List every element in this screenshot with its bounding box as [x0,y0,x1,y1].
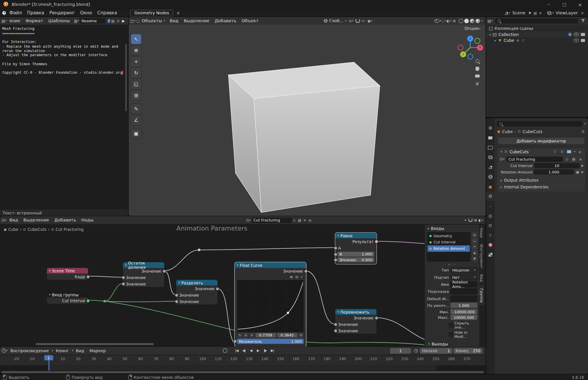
current-frame-field[interactable]: 1 [390,348,411,353]
breadcrumb-nodegroup[interactable]: Cut Fracturing [56,227,84,231]
hide-value-checkbox[interactable] [449,323,453,327]
tab-particles[interactable]: ∴ [486,201,495,211]
pan-hand-icon[interactable] [476,67,479,71]
add-workspace-button[interactable]: + [175,10,181,16]
cube-object[interactable] [129,17,486,216]
menu-edit[interactable]: Правка [24,9,47,17]
play-reverse-button[interactable]: ◀ [247,348,254,353]
editor-type-icon[interactable]: ▾ [1,348,8,353]
maximize-button[interactable]: □ [556,0,572,9]
text-scrollbar[interactable] [125,44,127,111]
frame-start-field[interactable]: Начало1 [420,348,452,353]
collapse-chevron-icon[interactable]: ▾ [237,264,238,266]
modifier-close-icon[interactable]: × [577,149,582,154]
editor-type-icon[interactable]: ▤▾ [1,18,7,23]
curve-zoom-out-icon[interactable]: ⊖ [295,275,298,279]
subtype-dropdown[interactable]: Нет▾ [450,274,477,280]
breadcrumb-modifier[interactable]: CubeCuts [522,129,542,134]
text-datablock-icon[interactable]: ▥▾ [74,18,79,23]
modifier-render-icon[interactable] [566,149,572,154]
node-compare-equal[interactable]: ▾Равно Результат A B 1.000 Эпсилон 0.000 [335,232,377,264]
unlink-icon[interactable]: × [578,157,583,162]
node-group-datablock[interactable]: Cut Fracturing [251,217,292,223]
tab-tool[interactable]: Инструмент [479,241,484,271]
socket-item-cut-interval[interactable]: Cut Interval [428,239,470,245]
navigation-gizmo[interactable]: Z X Y [454,32,486,65]
point-y-field[interactable]: 0.3645 [277,333,298,337]
filter-icon[interactable] [580,18,586,23]
move-socket-down-button[interactable]: ▼ [472,256,477,262]
node-math-multiply[interactable]: ▾Перемножить Значение Значение Значение [335,309,377,334]
panel-drag-handle[interactable]: ▸ ∷∷ [425,262,480,266]
fake-user-shield-icon[interactable]: ◇ [292,217,297,223]
minimize-button[interactable]: – [541,0,557,9]
curve-zoom-in-icon[interactable]: ⊕ [290,275,293,279]
outputs-panel-header[interactable]: ▾ Выходы [425,340,480,347]
tab-material[interactable] [486,240,495,250]
animate-dot-icon[interactable] [581,165,583,166]
handle-auto-icon[interactable]: ∿ [237,333,242,337]
curve-tools-chevron-icon[interactable]: ▾ [301,276,302,278]
input-socket[interactable] [175,300,178,303]
blender-menu-icon[interactable] [1,10,7,16]
menu-file[interactable]: Файл [7,9,24,17]
editor-type-icon[interactable]: ▤▾ [488,18,493,23]
unlink-icon[interactable]: × [302,217,307,223]
text-unlink-icon[interactable]: × [115,18,121,23]
expand-chevron-icon[interactable]: ▾ [489,33,491,36]
tab-constraints[interactable]: ⊙ [486,221,495,230]
input-socket[interactable] [334,329,337,333]
modifier-realtime-icon[interactable]: ⊡ [559,149,565,154]
tab-object-data[interactable]: ▽ [486,231,495,240]
socket-specials-chevron-icon[interactable]: ▾ [472,244,477,250]
expand-chevron-icon[interactable]: ▾ [501,150,502,154]
tab-object[interactable]: ▣ [486,182,495,191]
tab-node[interactable]: Нода [479,225,484,241]
output-socket[interactable] [304,269,308,273]
hide-viewport-icon[interactable] [574,39,579,42]
menu-view[interactable]: Вид [73,347,87,355]
tab-output[interactable] [486,143,495,152]
copy-datablock-icon[interactable]: ▤ [571,157,576,162]
node-math-modulo[interactable]: ▾Остаток деления Значение Значение Значе… [123,262,165,287]
scene-collection-row[interactable]: Коллекция сцены [486,25,588,31]
input-socket[interactable] [121,276,125,280]
breadcrumb-modifier[interactable]: CubeCuts [28,227,47,231]
node-float-curve[interactable]: ▾Float Curve Значение ⊕ ⊖ ▾ ∿ ∧ ∨ 0.7709 [234,262,306,346]
timeline-ruler[interactable]: -20-101020304050607080901001101201301401… [0,355,486,366]
curve-graph[interactable] [237,280,303,332]
max-value-field[interactable]: 10000.000 [450,315,477,320]
modifier-panel-header[interactable]: ▾ ⊡ CubeCuts ▽ ⊡ ▾ × [497,148,585,156]
menu-playback[interactable]: Воспроизведение [8,347,52,355]
menu-templates[interactable]: Шаблоны [46,17,72,25]
tab-group[interactable]: Группа [479,285,484,306]
handle-free-icon[interactable]: ∨ [249,333,254,337]
snap-icon[interactable] [468,217,473,223]
ortho-toggle-icon[interactable]: ⊞ [476,81,479,86]
point-x-field[interactable]: 0.7709 [255,333,276,337]
collection-checkbox[interactable]: ✓ [568,33,572,36]
modifier-extras-chevron-icon[interactable]: ▾ [574,150,575,153]
scene-unlink-icon[interactable]: × [538,10,543,16]
node-editor-hscrollbar[interactable] [36,343,154,345]
default-attribute-field[interactable] [450,295,477,301]
socket-item-rotation-amount[interactable]: Rotation Amount [428,245,470,252]
collection-row[interactable]: ▾ Collection ✓ [486,32,588,37]
animate-dot-icon[interactable] [581,171,583,173]
menu-format[interactable]: Формат [23,17,46,25]
menu-select[interactable]: Выделение [21,216,52,224]
menu-render[interactable]: Рендеринг [47,9,78,17]
modifier-edit-mode-icon[interactable]: ▽ [552,149,558,154]
viewlayer-selector[interactable]: ViewLayer [554,9,580,17]
expand-chevron-icon[interactable]: ▸ [495,39,496,42]
collapse-chevron-icon[interactable]: ▾ [49,293,51,296]
epsilon-field[interactable]: Эпсилон 0.000 [338,257,374,262]
editor-type-icon[interactable]: ⊡▾ [1,217,7,223]
disable-render-icon[interactable] [581,33,585,36]
collapse-chevron-icon[interactable]: ▾ [179,281,180,284]
parent-tree-icon[interactable]: ⬏ [462,217,468,223]
node-scene-time[interactable]: ▾Scene Time Кадр [47,267,88,280]
register-checkbox[interactable]: ✓ [108,19,110,23]
viewlayer-unlink-icon[interactable]: × [580,10,585,16]
tab-texture[interactable] [486,250,495,259]
